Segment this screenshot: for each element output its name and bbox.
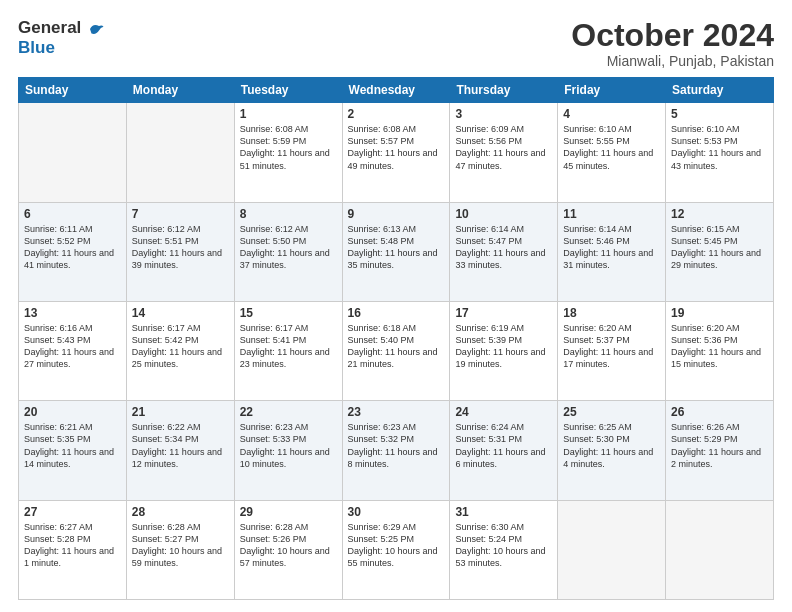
day-number: 28: [132, 505, 229, 519]
day-info: Sunrise: 6:10 AMSunset: 5:55 PMDaylight:…: [563, 123, 660, 172]
day-info: Sunrise: 6:08 AMSunset: 5:57 PMDaylight:…: [348, 123, 445, 172]
day-number: 25: [563, 405, 660, 419]
calendar-cell: 21Sunrise: 6:22 AMSunset: 5:34 PMDayligh…: [126, 401, 234, 500]
day-info: Sunrise: 6:14 AMSunset: 5:47 PMDaylight:…: [455, 223, 552, 272]
calendar-cell: 18Sunrise: 6:20 AMSunset: 5:37 PMDayligh…: [558, 301, 666, 400]
day-number: 9: [348, 207, 445, 221]
day-info: Sunrise: 6:13 AMSunset: 5:48 PMDaylight:…: [348, 223, 445, 272]
day-info: Sunrise: 6:12 AMSunset: 5:50 PMDaylight:…: [240, 223, 337, 272]
day-number: 3: [455, 107, 552, 121]
day-number: 29: [240, 505, 337, 519]
page: General Blue October 2024 Mianwali, Punj…: [0, 0, 792, 612]
day-number: 10: [455, 207, 552, 221]
header: General Blue October 2024 Mianwali, Punj…: [18, 18, 774, 69]
day-info: Sunrise: 6:20 AMSunset: 5:37 PMDaylight:…: [563, 322, 660, 371]
calendar-cell: 12Sunrise: 6:15 AMSunset: 5:45 PMDayligh…: [666, 202, 774, 301]
day-number: 12: [671, 207, 768, 221]
title-area: October 2024 Mianwali, Punjab, Pakistan: [571, 18, 774, 69]
day-info: Sunrise: 6:24 AMSunset: 5:31 PMDaylight:…: [455, 421, 552, 470]
calendar-cell: 17Sunrise: 6:19 AMSunset: 5:39 PMDayligh…: [450, 301, 558, 400]
calendar-cell: 9Sunrise: 6:13 AMSunset: 5:48 PMDaylight…: [342, 202, 450, 301]
day-info: Sunrise: 6:27 AMSunset: 5:28 PMDaylight:…: [24, 521, 121, 570]
calendar-cell: 24Sunrise: 6:24 AMSunset: 5:31 PMDayligh…: [450, 401, 558, 500]
day-info: Sunrise: 6:23 AMSunset: 5:32 PMDaylight:…: [348, 421, 445, 470]
day-number: 13: [24, 306, 121, 320]
col-wednesday: Wednesday: [342, 78, 450, 103]
day-info: Sunrise: 6:16 AMSunset: 5:43 PMDaylight:…: [24, 322, 121, 371]
day-number: 22: [240, 405, 337, 419]
calendar-table: Sunday Monday Tuesday Wednesday Thursday…: [18, 77, 774, 600]
day-number: 8: [240, 207, 337, 221]
logo-line1: General: [18, 18, 105, 38]
calendar-cell: 26Sunrise: 6:26 AMSunset: 5:29 PMDayligh…: [666, 401, 774, 500]
col-tuesday: Tuesday: [234, 78, 342, 103]
col-monday: Monday: [126, 78, 234, 103]
day-info: Sunrise: 6:21 AMSunset: 5:35 PMDaylight:…: [24, 421, 121, 470]
logo-line2: Blue: [18, 38, 105, 58]
day-info: Sunrise: 6:19 AMSunset: 5:39 PMDaylight:…: [455, 322, 552, 371]
calendar-header-row: Sunday Monday Tuesday Wednesday Thursday…: [19, 78, 774, 103]
day-number: 14: [132, 306, 229, 320]
calendar-cell: 4Sunrise: 6:10 AMSunset: 5:55 PMDaylight…: [558, 103, 666, 202]
col-thursday: Thursday: [450, 78, 558, 103]
day-info: Sunrise: 6:14 AMSunset: 5:46 PMDaylight:…: [563, 223, 660, 272]
calendar-cell: 16Sunrise: 6:18 AMSunset: 5:40 PMDayligh…: [342, 301, 450, 400]
day-info: Sunrise: 6:25 AMSunset: 5:30 PMDaylight:…: [563, 421, 660, 470]
calendar-week-1: 1Sunrise: 6:08 AMSunset: 5:59 PMDaylight…: [19, 103, 774, 202]
day-info: Sunrise: 6:08 AMSunset: 5:59 PMDaylight:…: [240, 123, 337, 172]
calendar-cell: [19, 103, 127, 202]
calendar-cell: 27Sunrise: 6:27 AMSunset: 5:28 PMDayligh…: [19, 500, 127, 599]
day-number: 24: [455, 405, 552, 419]
logo: General Blue: [18, 18, 105, 57]
calendar-week-3: 13Sunrise: 6:16 AMSunset: 5:43 PMDayligh…: [19, 301, 774, 400]
day-info: Sunrise: 6:23 AMSunset: 5:33 PMDaylight:…: [240, 421, 337, 470]
day-info: Sunrise: 6:17 AMSunset: 5:42 PMDaylight:…: [132, 322, 229, 371]
day-info: Sunrise: 6:20 AMSunset: 5:36 PMDaylight:…: [671, 322, 768, 371]
calendar-cell: 28Sunrise: 6:28 AMSunset: 5:27 PMDayligh…: [126, 500, 234, 599]
day-info: Sunrise: 6:26 AMSunset: 5:29 PMDaylight:…: [671, 421, 768, 470]
month-title: October 2024: [571, 18, 774, 53]
calendar-cell: 14Sunrise: 6:17 AMSunset: 5:42 PMDayligh…: [126, 301, 234, 400]
calendar-cell: 11Sunrise: 6:14 AMSunset: 5:46 PMDayligh…: [558, 202, 666, 301]
day-number: 18: [563, 306, 660, 320]
calendar-cell: 19Sunrise: 6:20 AMSunset: 5:36 PMDayligh…: [666, 301, 774, 400]
col-saturday: Saturday: [666, 78, 774, 103]
day-info: Sunrise: 6:11 AMSunset: 5:52 PMDaylight:…: [24, 223, 121, 272]
calendar-cell: 29Sunrise: 6:28 AMSunset: 5:26 PMDayligh…: [234, 500, 342, 599]
logo-bird-icon: [87, 20, 105, 38]
day-number: 7: [132, 207, 229, 221]
day-info: Sunrise: 6:22 AMSunset: 5:34 PMDaylight:…: [132, 421, 229, 470]
day-number: 4: [563, 107, 660, 121]
calendar-cell: [126, 103, 234, 202]
calendar-cell: 23Sunrise: 6:23 AMSunset: 5:32 PMDayligh…: [342, 401, 450, 500]
calendar-week-4: 20Sunrise: 6:21 AMSunset: 5:35 PMDayligh…: [19, 401, 774, 500]
day-info: Sunrise: 6:17 AMSunset: 5:41 PMDaylight:…: [240, 322, 337, 371]
calendar-cell: 3Sunrise: 6:09 AMSunset: 5:56 PMDaylight…: [450, 103, 558, 202]
calendar-cell: 15Sunrise: 6:17 AMSunset: 5:41 PMDayligh…: [234, 301, 342, 400]
day-info: Sunrise: 6:15 AMSunset: 5:45 PMDaylight:…: [671, 223, 768, 272]
calendar-cell: 13Sunrise: 6:16 AMSunset: 5:43 PMDayligh…: [19, 301, 127, 400]
calendar-cell: 20Sunrise: 6:21 AMSunset: 5:35 PMDayligh…: [19, 401, 127, 500]
day-info: Sunrise: 6:29 AMSunset: 5:25 PMDaylight:…: [348, 521, 445, 570]
calendar-cell: 2Sunrise: 6:08 AMSunset: 5:57 PMDaylight…: [342, 103, 450, 202]
col-friday: Friday: [558, 78, 666, 103]
day-number: 17: [455, 306, 552, 320]
day-number: 26: [671, 405, 768, 419]
calendar-cell: 8Sunrise: 6:12 AMSunset: 5:50 PMDaylight…: [234, 202, 342, 301]
calendar-cell: [666, 500, 774, 599]
day-info: Sunrise: 6:28 AMSunset: 5:27 PMDaylight:…: [132, 521, 229, 570]
calendar-cell: 31Sunrise: 6:30 AMSunset: 5:24 PMDayligh…: [450, 500, 558, 599]
day-number: 15: [240, 306, 337, 320]
day-number: 5: [671, 107, 768, 121]
day-info: Sunrise: 6:18 AMSunset: 5:40 PMDaylight:…: [348, 322, 445, 371]
day-number: 16: [348, 306, 445, 320]
calendar-cell: 5Sunrise: 6:10 AMSunset: 5:53 PMDaylight…: [666, 103, 774, 202]
calendar-cell: 10Sunrise: 6:14 AMSunset: 5:47 PMDayligh…: [450, 202, 558, 301]
day-info: Sunrise: 6:09 AMSunset: 5:56 PMDaylight:…: [455, 123, 552, 172]
day-number: 19: [671, 306, 768, 320]
calendar-cell: 6Sunrise: 6:11 AMSunset: 5:52 PMDaylight…: [19, 202, 127, 301]
calendar-cell: 25Sunrise: 6:25 AMSunset: 5:30 PMDayligh…: [558, 401, 666, 500]
day-number: 6: [24, 207, 121, 221]
day-info: Sunrise: 6:10 AMSunset: 5:53 PMDaylight:…: [671, 123, 768, 172]
day-info: Sunrise: 6:28 AMSunset: 5:26 PMDaylight:…: [240, 521, 337, 570]
